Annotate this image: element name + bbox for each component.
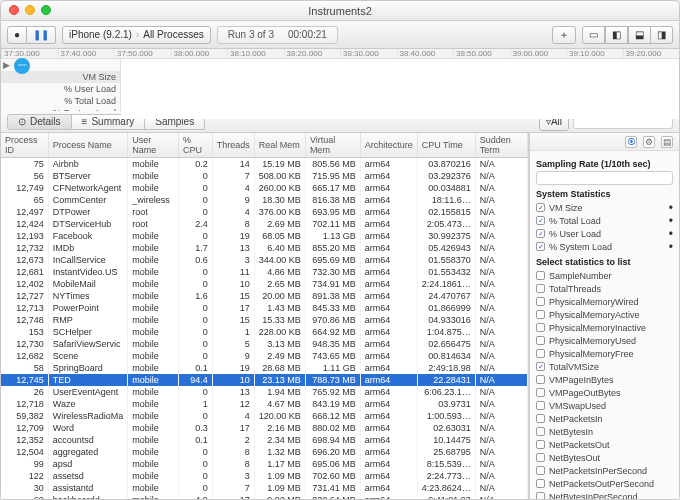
table-row[interactable]: 153SCHelpermobile01228.00 KB664.92 MBarm… xyxy=(1,326,528,338)
table-row[interactable]: 12,749CFNetworkAgentmobile04260.00 KB665… xyxy=(1,182,528,194)
table-row[interactable]: 12,673InCallServicemobile0.63344.00 KB69… xyxy=(1,254,528,266)
checkbox-icon[interactable] xyxy=(536,453,545,462)
stat-row[interactable]: PhysicalMemoryActive xyxy=(536,308,673,321)
checkbox-icon[interactable] xyxy=(536,375,545,384)
table-row[interactable]: 12,682Scenemobile092.49 MB743.65 MBarm64… xyxy=(1,350,528,362)
column-header[interactable]: User Name xyxy=(128,133,179,158)
table-row[interactable]: 26UserEventAgentmobile0131.94 MB765.92 M… xyxy=(1,386,528,398)
checkbox-icon[interactable] xyxy=(536,229,545,238)
color-dot-icon[interactable]: • xyxy=(669,205,673,211)
table-row[interactable]: 59,382WirelessRadioMamobile04120.00 KB66… xyxy=(1,410,528,422)
table-row[interactable]: 99apsdmobile081.17 MB695.06 MBarm648:15.… xyxy=(1,458,528,470)
checkbox-icon[interactable] xyxy=(536,414,545,423)
stat-row[interactable]: NetBytesOut xyxy=(536,451,673,464)
stat-row[interactable]: TotalThreads xyxy=(536,282,673,295)
checkbox-icon[interactable] xyxy=(536,440,545,449)
stat-row[interactable]: NetPacketsOut xyxy=(536,438,673,451)
checkbox-icon[interactable] xyxy=(536,466,545,475)
checkbox-icon[interactable] xyxy=(536,336,545,345)
stat-row[interactable]: VMPageInBytes xyxy=(536,373,673,386)
track-row[interactable]: % Total Load xyxy=(1,95,120,107)
table-row[interactable]: 12,748RMPmobile01515.33 MB970.86 MBarm64… xyxy=(1,314,528,326)
pause-button[interactable]: ❚❚ xyxy=(27,26,56,44)
checkbox-icon[interactable] xyxy=(536,388,545,397)
activity-monitor-icon[interactable]: 〰 xyxy=(14,58,30,74)
checkbox-icon[interactable] xyxy=(536,242,545,251)
record-button[interactable]: ● xyxy=(7,26,27,44)
track-lane[interactable] xyxy=(121,59,679,119)
stat-row[interactable]: PhysicalMemoryInactive xyxy=(536,321,673,334)
stat-row[interactable]: NetBytesInPerSecond xyxy=(536,490,673,499)
color-dot-icon[interactable]: • xyxy=(669,244,673,250)
sysstat-row[interactable]: % Total Load• xyxy=(536,214,673,227)
column-header[interactable]: Virtual Mem xyxy=(305,133,360,158)
stat-row[interactable]: VMSwapUsed xyxy=(536,399,673,412)
table-row[interactable]: 30assistantdmobile071.09 MB731.41 MBarm6… xyxy=(1,482,528,494)
extended-detail-icon[interactable]: ▤ xyxy=(661,136,673,148)
checkbox-icon[interactable] xyxy=(536,323,545,332)
track-row[interactable]: % User Load xyxy=(1,83,120,95)
stat-row[interactable]: PhysicalMemoryWired xyxy=(536,295,673,308)
stat-row[interactable]: VMPageOutBytes xyxy=(536,386,673,399)
process-table[interactable]: Process IDProcess NameUser Name% CPUThre… xyxy=(1,133,529,499)
device-select[interactable]: iPhone (9.2.1) › All Processes xyxy=(62,26,211,44)
stat-row[interactable]: NetPacketsInPerSecond xyxy=(536,464,673,477)
table-row[interactable]: 12,730SafariViewServicmobile053.13 MB948… xyxy=(1,338,528,350)
checkbox-icon[interactable] xyxy=(536,216,545,225)
stat-row[interactable]: NetBytesIn xyxy=(536,425,673,438)
table-row[interactable]: 12,713PowerPointmobile0171.43 MB845.33 M… xyxy=(1,302,528,314)
column-header[interactable]: Sudden Term xyxy=(475,133,527,158)
add-button[interactable]: ＋ xyxy=(552,26,576,44)
table-row[interactable]: 12,497DTPowerroot04376.00 KB693.95 MBarm… xyxy=(1,206,528,218)
time-ruler[interactable]: 37:30.00037:40.00037:50.00038:00.00038:1… xyxy=(1,49,679,59)
stat-row[interactable]: SampleNumber xyxy=(536,269,673,282)
table-row[interactable]: 58SpringBoardmobile0.11928.68 MB1.11 GBa… xyxy=(1,362,528,374)
column-header[interactable]: CPU Time xyxy=(417,133,475,158)
color-dot-icon[interactable]: • xyxy=(669,218,673,224)
view-left-button[interactable]: ▭ xyxy=(582,26,605,44)
table-row[interactable]: 75Airbnbmobile0.21415.19 MB805.56 MBarm6… xyxy=(1,158,528,171)
checkbox-icon[interactable] xyxy=(536,479,545,488)
display-settings-icon[interactable]: ⚙ xyxy=(643,136,655,148)
checkbox-icon[interactable] xyxy=(536,203,545,212)
sampling-rate-input[interactable] xyxy=(536,171,673,185)
tab-details[interactable]: ⊙ Details xyxy=(7,114,72,130)
table-row[interactable]: 56BTServermobile07508.00 KB715.95 MBarm6… xyxy=(1,170,528,182)
checkbox-icon[interactable] xyxy=(536,401,545,410)
stat-row[interactable]: PhysicalMemoryFree xyxy=(536,347,673,360)
table-row[interactable]: 12,727NYTimesmobile1.61520.00 MB891.38 M… xyxy=(1,290,528,302)
table-row[interactable]: 12,732IMDbmobile1.7136.40 MB855.20 MBarm… xyxy=(1,242,528,254)
table-row[interactable]: 12,504aggregatedmobile081.32 MB696.20 MB… xyxy=(1,446,528,458)
view-bottom-button[interactable]: ⬓ xyxy=(628,26,651,44)
table-row[interactable]: 122assetsdmobile031.09 MB702.60 MBarm642… xyxy=(1,470,528,482)
zoom-icon[interactable] xyxy=(41,5,51,15)
stat-row[interactable]: PhysicalMemoryUsed xyxy=(536,334,673,347)
table-row[interactable]: 12,193Facebookmobile01968.05 MB1.13 GBar… xyxy=(1,230,528,242)
checkbox-icon[interactable] xyxy=(536,492,545,499)
table-row[interactable]: 12,681InstantVideo.USmobile0114.86 MB732… xyxy=(1,266,528,278)
stat-row[interactable]: TotalVMSize xyxy=(536,360,673,373)
checkbox-icon[interactable] xyxy=(536,349,545,358)
checkbox-icon[interactable] xyxy=(536,310,545,319)
view-right-button[interactable]: ◨ xyxy=(651,26,673,44)
sysstat-row[interactable]: % System Load• xyxy=(536,240,673,253)
table-row[interactable]: 12,709Wordmobile0.3172.16 MB880.02 MBarm… xyxy=(1,422,528,434)
sysstat-row[interactable]: VM Size• xyxy=(536,201,673,214)
column-header[interactable]: % CPU xyxy=(179,133,213,158)
table-row[interactable]: 12,424DTServiceHubroot2.482.69 MB702.11 … xyxy=(1,218,528,230)
checkbox-icon[interactable] xyxy=(536,427,545,436)
checkbox-icon[interactable] xyxy=(536,297,545,306)
titlebar[interactable]: Instruments2 xyxy=(1,1,679,21)
stat-row[interactable]: NetPacketsIn xyxy=(536,412,673,425)
column-header[interactable]: Process Name xyxy=(48,133,128,158)
sysstat-row[interactable]: % User Load• xyxy=(536,227,673,240)
column-header[interactable]: Process ID xyxy=(1,133,48,158)
column-header[interactable]: Threads xyxy=(212,133,254,158)
checkbox-icon[interactable] xyxy=(536,284,545,293)
column-header[interactable]: Architecture xyxy=(360,133,417,158)
table-row[interactable]: 12,718Wazemobile1124.67 MB843.19 MBarm64… xyxy=(1,398,528,410)
checkbox-icon[interactable] xyxy=(536,362,545,371)
close-icon[interactable] xyxy=(9,5,19,15)
checkbox-icon[interactable] xyxy=(536,271,545,280)
minimize-icon[interactable] xyxy=(25,5,35,15)
